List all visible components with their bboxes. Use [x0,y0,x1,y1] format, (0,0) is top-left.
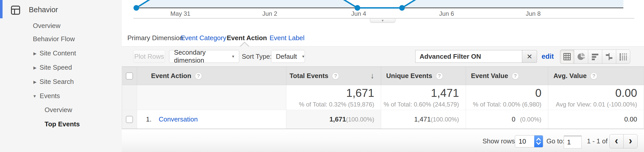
sort-type-dropdown[interactable]: Default ▼ [271,50,305,63]
column-header-unique-events[interactable]: Unique Events ? [381,67,466,85]
sort-descending-icon[interactable]: ↓ [370,71,374,80]
expand-right-icon: ▶ [33,80,36,84]
select-all-checkbox[interactable] [126,72,133,80]
chart-point-may30[interactable] [133,5,139,11]
collapse-chart-icon: ▼ [381,19,384,22]
sidebar-item-label: Site Search [39,78,74,85]
plot-rows-button[interactable]: Plot Rows [133,50,165,63]
column-label: Total Events [289,72,328,80]
events-timeseries-chart[interactable] [122,0,644,17]
chart-area-fill [402,0,623,8]
sidebar-item-behavior-flow[interactable]: Behavior Flow [33,35,75,43]
sidebar-item-overview[interactable]: Overview [33,22,60,29]
x-axis-label: Jun 2 [262,10,277,17]
help-icon[interactable]: ? [195,72,202,80]
metric-percent: (100.00%) [431,116,459,123]
percentage-view-button[interactable] [574,50,588,64]
x-axis-label: Jun 8 [526,10,541,17]
advanced-filter-close-button[interactable]: ✕ [522,50,537,63]
summary-value: 0 [535,87,541,99]
column-label: Event Value [471,72,508,80]
row-avg-value-cell: 0.00 [548,110,644,129]
sidebar-item-label: Site Content [39,49,76,57]
selected-dimension-caret [240,43,249,47]
chart-area-fill [136,0,357,8]
expand-right-icon: ▶ [33,51,36,56]
row-dimension-cell: 1. Conversation [137,110,286,129]
secondary-dimension-dropdown[interactable]: Secondary dimension ▼ [169,50,239,63]
summary-subtext: % of Total: 0.00% (6,980) [473,101,541,108]
behavior-icon [11,5,20,15]
sort-type-label: Sort Type: [242,53,272,60]
help-icon[interactable]: ? [436,72,443,80]
column-header-event-value[interactable]: Event Value ? [466,67,548,85]
next-page-button[interactable]: › [623,134,638,148]
summary-dimension-cell [137,85,286,110]
chart-point-jun4[interactable] [355,5,360,11]
table-row: 1. Conversation 1,671 (100.00%) 1,471 (1… [122,110,644,129]
goto-page-input[interactable] [564,136,582,148]
sidebar-item-events[interactable]: ▼Events [33,92,60,101]
summary-unique-events: 1,471 % of Total: 0.60% (244,579) [381,85,466,110]
select-stepper-icon [534,135,543,147]
metric-value: 1,671 [329,115,346,123]
goto-page-label: Go to: [546,137,565,145]
secondary-dimension-label: Secondary dimension [174,49,227,64]
summary-subtext: % of Total: 0.32% (519,876) [299,101,374,108]
column-label: Unique Events [386,72,432,80]
summary-subtext: Avg for View: 0.01 (-100.00%) [556,101,637,108]
primary-dimension-label: Primary Dimension: [127,34,185,42]
comparison-icon [605,53,613,61]
performance-view-button[interactable] [588,50,602,64]
metric-value: 1,471 [414,115,431,123]
advanced-filter-edit-link[interactable]: edit [542,53,554,60]
column-label: Avg. Value [553,72,587,80]
event-action-link[interactable]: Conversation [159,115,198,123]
table-header-row: Event Action ? Total Events ? ↓ Unique E… [122,67,644,85]
help-icon[interactable]: ? [590,72,597,80]
sort-type-value: Default [276,53,297,60]
advanced-filter-status[interactable]: Advanced Filter ON [415,50,522,63]
column-header-total-events[interactable]: Total Events ? ↓ [286,67,381,85]
column-header-avg-value[interactable]: Avg. Value ? [548,67,644,85]
summary-value: 1,471 [431,87,459,99]
table-toolbar: Plot Rows Secondary dimension ▼ Sort Typ… [122,46,644,67]
summary-checkbox-cell [122,85,137,110]
sidebar-item-site-content[interactable]: ▶Site Content [33,49,76,58]
help-icon[interactable]: ? [332,72,339,80]
primary-dimension-event-action[interactable]: Event Action [227,34,267,42]
sidebar-section-behavior[interactable]: Behavior [0,0,122,18]
column-header-event-action[interactable]: Event Action ? [137,67,286,85]
primary-dimension-event-category[interactable]: Event Category [181,34,226,42]
show-rows-select[interactable]: 10 [515,135,543,147]
sidebar-item-label: Events [40,92,60,100]
sidebar-section-label: Behavior [29,6,58,14]
row-number: 1. [146,115,159,123]
table-footer: Show rows: 10 Go to: 1 - 1 of 1 ‹ › [122,130,644,152]
show-rows-value: 10 [519,138,526,145]
sidebar-item-events-overview[interactable]: Overview [45,106,72,114]
select-all-cell [122,67,137,85]
sidebar-item-site-search[interactable]: ▶Site Search [33,78,74,86]
chart-point-jun5[interactable] [399,5,405,11]
comparison-view-button[interactable] [602,50,616,64]
primary-dimension-event-label[interactable]: Event Label [270,34,304,42]
row-checkbox[interactable] [126,116,133,123]
table-view-icon [563,53,571,61]
analytics-events-page: Behavior Overview Behavior Flow ▶Site Co… [0,0,644,152]
table-view-button[interactable] [560,50,574,64]
help-icon[interactable]: ? [512,72,519,80]
pivot-view-button[interactable] [616,50,630,64]
collapse-chart-button[interactable]: ▼ [370,19,395,23]
summary-avg-value: 0.00 Avg for View: 0.01 (-100.00%) [548,85,644,110]
x-axis-label: Jun 4 [351,10,366,17]
sidebar-item-site-speed[interactable]: ▶Site Speed [33,64,72,72]
summary-subtext: % of Total: 0.60% (244,579) [384,101,459,108]
sidebar-item-top-events[interactable]: Top Events [45,120,80,128]
sidebar: Behavior Overview Behavior Flow ▶Site Co… [0,0,122,152]
previous-page-button[interactable]: ‹ [609,134,624,148]
table-summary-row: 1,671 % of Total: 0.32% (519,876) 1,471 … [122,85,644,110]
metric-value: 0 [512,115,515,123]
events-data-table: Event Action ? Total Events ? ↓ Unique E… [122,67,644,129]
chevron-down-icon: ▼ [231,54,235,58]
